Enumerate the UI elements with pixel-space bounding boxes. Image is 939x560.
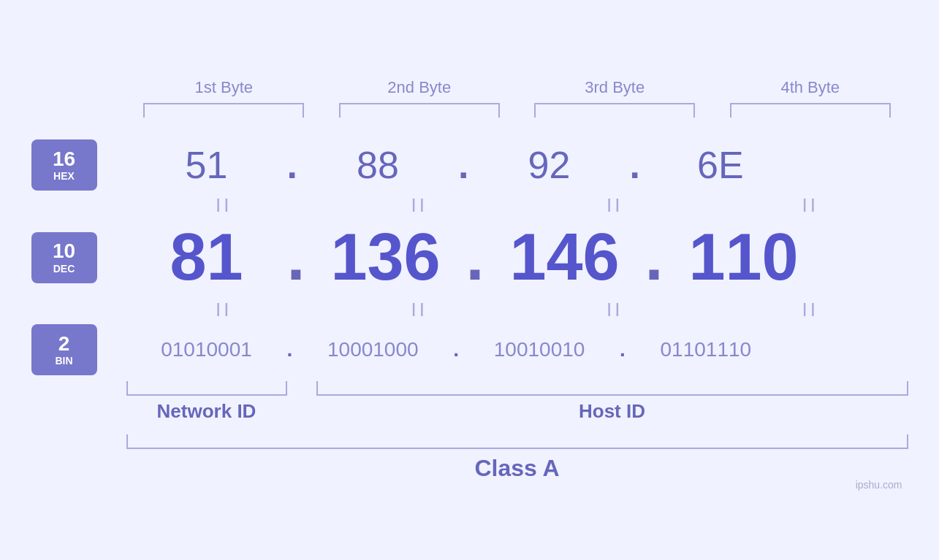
top-bracket-2: [339, 103, 500, 118]
byte-label-3: 3rd Byte: [534, 78, 695, 97]
equals-row-1: II II II II: [31, 191, 908, 220]
top-bracket-1: [143, 103, 304, 118]
bottom-section: Network ID Host ID: [31, 381, 908, 423]
byte-labels-row: 1st Byte 2nd Byte 3rd Byte 4th Byte: [31, 78, 908, 97]
label-spacer: [287, 400, 316, 423]
bin-byte-4: 01101110: [626, 338, 786, 361]
hex-byte-3: 92: [468, 143, 629, 187]
bin-dot-2: .: [453, 338, 459, 361]
bin-values: 01010001 . 10001000 . 10010010 . 0110111…: [126, 338, 908, 361]
watermark: ipshu.com: [856, 479, 902, 491]
hex-dot-3: .: [629, 143, 639, 187]
hex-byte-2: 88: [297, 143, 458, 187]
dec-byte-2: 136: [305, 220, 466, 295]
hex-dot-1: .: [287, 143, 297, 187]
network-id-label: Network ID: [126, 400, 287, 423]
dec-badge: 10 DEC: [31, 232, 97, 283]
top-bracket-3: [534, 103, 695, 118]
class-bracket: [126, 434, 908, 449]
hex-badge: 16 HEX: [31, 139, 97, 191]
byte-label-1: 1st Byte: [143, 78, 304, 97]
byte-label-2: 2nd Byte: [339, 78, 500, 97]
bin-byte-1: 01010001: [126, 338, 287, 361]
hex-byte-4: 6E: [640, 143, 801, 187]
network-bracket: [126, 381, 287, 396]
eq1-b4: II: [730, 194, 891, 217]
bin-byte-2: 10001000: [292, 338, 453, 361]
dec-byte-1: 81: [126, 220, 287, 295]
hex-base-number: 16: [53, 148, 75, 171]
dec-base-name: DEC: [53, 263, 75, 275]
host-bracket: [316, 381, 908, 396]
eq1-b3: II: [534, 194, 695, 217]
dec-base-number: 10: [53, 240, 75, 263]
dec-values: 81 . 136 . 146 . 110: [126, 220, 908, 295]
eq2-b1: II: [143, 299, 304, 321]
hex-byte-1: 51: [126, 143, 287, 187]
bin-base-number: 2: [58, 333, 70, 356]
dec-byte-3: 146: [484, 220, 645, 295]
top-brackets-row: [31, 103, 908, 118]
class-label: Class A: [126, 455, 908, 482]
dec-dot-1: .: [287, 220, 305, 295]
hex-dot-2: .: [458, 143, 468, 187]
host-bracket-area: [316, 381, 908, 396]
bin-badge: 2 BIN: [31, 324, 97, 375]
dec-row: 10 DEC 81 . 136 . 146 . 110: [31, 220, 908, 295]
equals-row-2: II II II II: [31, 295, 908, 324]
dec-dot-3: .: [645, 220, 664, 295]
eq2-b2: II: [339, 299, 500, 321]
bottom-labels: Network ID Host ID: [126, 400, 908, 423]
bin-base-name: BIN: [55, 355, 72, 367]
byte-label-4: 4th Byte: [730, 78, 891, 97]
bin-byte-3: 10010010: [459, 338, 620, 361]
dec-byte-4: 110: [664, 220, 824, 295]
hex-row: 16 HEX 51 . 88 . 92 . 6E: [31, 139, 908, 191]
dec-dot-2: .: [466, 220, 484, 295]
top-bracket-4: [730, 103, 891, 118]
network-bracket-area: [126, 381, 287, 396]
bin-dot-3: .: [620, 338, 626, 361]
main-container: 1st Byte 2nd Byte 3rd Byte 4th Byte 16 H…: [31, 64, 908, 496]
eq1-b1: II: [143, 194, 304, 217]
bin-row: 2 BIN 01010001 . 10001000 . 10010010 . 0…: [31, 324, 908, 375]
eq1-b2: II: [339, 194, 500, 217]
eq2-b4: II: [730, 299, 891, 321]
hex-values: 51 . 88 . 92 . 6E: [126, 143, 908, 187]
bottom-brackets: [126, 381, 908, 396]
eq2-b3: II: [534, 299, 695, 321]
bin-dot-1: .: [287, 338, 293, 361]
host-id-label: Host ID: [316, 400, 908, 423]
class-row-wrapper: Class A: [31, 434, 908, 482]
hex-base-name: HEX: [53, 170, 75, 182]
